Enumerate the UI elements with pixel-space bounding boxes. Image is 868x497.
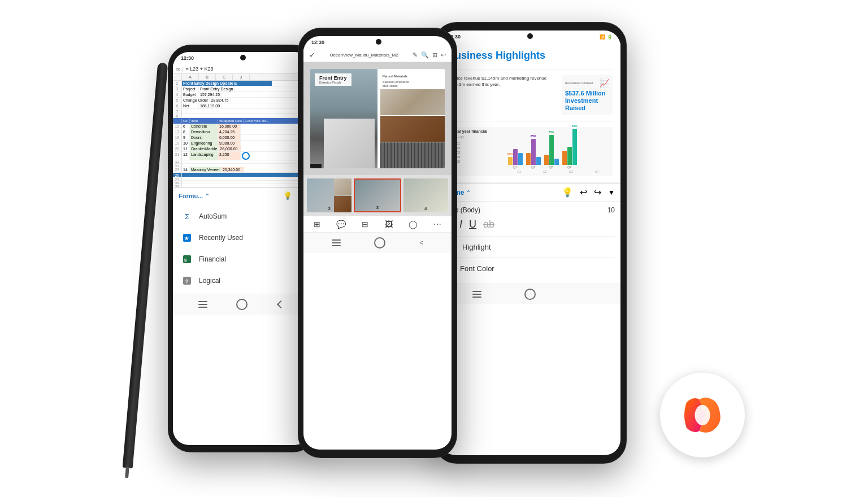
pen-icon[interactable]: ✎ [413,51,418,59]
financial-icon: $ [181,253,193,265]
more-icon[interactable]: ⋯ [433,220,441,229]
arch-area [324,119,375,168]
menu-icon[interactable] [198,301,207,308]
comment-icon[interactable]: 💬 [336,220,346,229]
svg-text:?: ? [185,278,189,284]
logical-item[interactable]: ? Logical [173,270,311,291]
dropdown-icon[interactable]: ▼ [608,189,615,197]
financial-item[interactable]: $ Financial [173,249,311,270]
bulb-icon-right[interactable]: 💡 [562,187,573,198]
home-circle-right[interactable] [524,289,536,300]
image-icon[interactable]: 🖼 [385,220,393,229]
status-bar-right: 12:30 📶 🔋 [440,30,620,43]
selection-circle [242,152,250,160]
font-name-row: Lato (Body) 10 [445,206,615,214]
grid-view-icon[interactable]: ⊞ [314,220,320,229]
col-b: B [199,74,216,80]
item-row-20: 20 11 Granite/Marble 26,000.00 [173,146,311,152]
autosum-item[interactable]: Σ AutoSum [173,206,311,227]
ppt-bottom-toolbar: ⊞ 💬 ⊟ 🖼 ◯ ⋯ [303,216,452,232]
camera-left [240,55,246,60]
home-chevron-icon: ⌃ [466,190,471,195]
search-icon-center[interactable]: 🔍 [421,51,429,59]
chart-left: Fiscal year financial 2020 - 21 • Qty 01… [450,129,502,173]
italic-button[interactable]: I [459,219,462,230]
ppt-toolbar: ✎ 🔍 ⊞ ↩ [413,51,446,59]
strikethrough-button[interactable]: ab [483,219,494,230]
item-row-15: 15 6 Concrete 16,000.00 [173,124,311,129]
svg-point-9 [695,405,710,425]
highlight-row[interactable]: Highlight [445,236,615,257]
col-a: A [182,74,199,80]
biz-row-1: Service revenue $1,145m and marketing re… [448,75,613,116]
phone-left-screen: 12:30 fx | = L23 + K23 A B C J [173,52,311,445]
font-size: 10 [607,206,615,214]
status-icons-right: 📶 🔋 [600,34,613,40]
phone-right: 12:30 📶 🔋 Business Highlights Service re… [434,23,626,463]
word-document: Business Highlights Service revenue $1,1… [440,43,620,182]
slide-title-text: Front Entry [319,75,347,81]
q3-group: 75% Q3 [544,135,559,169]
formula-button[interactable]: Formu... ⌃ [179,193,210,199]
doc-title: Business Highlights [448,50,613,62]
bar-chart-bars: 20% Q1 [506,129,610,169]
q2-group: 65% Q2 [526,139,541,169]
undo-icon-center[interactable]: ↩ [441,51,446,59]
underline-button[interactable]: U [469,219,476,230]
home-circle-left[interactable] [236,299,248,310]
black-bar [310,164,322,168]
redo-icon-right[interactable]: ↪ [594,187,601,198]
menu-icon-center[interactable] [332,239,341,246]
back-icon[interactable] [276,300,285,309]
material-swatches [380,89,445,168]
sigma-icon: Σ [181,210,193,223]
toolbar-icons: 💡 ↩ ↪ ▼ [562,187,615,198]
word-toolbar: Home ⌃ 💡 ↩ ↪ ▼ [440,183,620,201]
bar-chart: 20% Q1 [506,129,610,173]
spreadsheet-area: A B C J 2 Front Entry Design Update E 3 … [173,74,311,188]
check-icon[interactable]: ✓ [309,51,315,59]
font-color-row[interactable]: A Font Color [445,257,615,279]
divider-2 [448,121,613,121]
thumb-num-2: 3 [376,205,379,210]
font-panel: Lato (Body) 10 B I U ab [440,201,620,284]
recently-used-item[interactable]: ★ Recently Used [173,227,311,249]
home-circle-center[interactable] [374,237,385,249]
thumb-3[interactable]: 4 [403,178,448,212]
table-icon[interactable]: ⊟ [362,220,368,229]
chart-legend: • Qty 01 • Qty 02 • Qty 03 • Qty 04 • Qt… [450,141,502,164]
thumb-2-active[interactable]: 3 [354,178,401,212]
ppt-title: OceanView_Malibu_Materials_M2 [315,53,413,58]
chart-axis: C1 C2 C3 C4 [506,170,610,173]
shape-icon[interactable]: ◯ [409,220,418,229]
slide-subtitle-text: Exterior Finish [319,81,347,84]
formula-content: = L23 + K23 [186,66,214,72]
frame-icon[interactable]: ⊞ [432,51,437,59]
ppt-header: ✓ OceanView_Malibu_Materials_M2 ✎ 🔍 ⊞ ↩ [303,49,452,62]
back-icon-center[interactable]: < [419,239,423,247]
col-headers: A B C J [173,74,311,81]
status-bar-center: 12:30 [303,36,452,49]
thumb-1[interactable]: 2 [307,178,351,212]
divider-1 [448,69,613,69]
item-row-19: 19 10 Engineering 9,000.00 [173,141,311,146]
time-left: 12:30 [181,55,194,61]
recently-used-label: Recently Used [199,234,243,242]
chart-section: Fiscal year financial 2020 - 21 • Qty 01… [448,127,613,176]
title-highlight: Highlights [496,50,545,61]
metric-box: Investment Raised 📈 $537.6 MillionInvest… [562,75,613,116]
item-row-21: 21 12 Landscaping 2,250 [173,152,311,160]
item-row-17: 17 8 Demolition 4,204.25 [173,129,311,135]
slide-thumbnails: 2 3 4 [303,175,452,216]
swatch-wood [380,116,445,142]
row-num-2: 2 [173,81,182,86]
undo-icon-right[interactable]: ↩ [580,187,587,198]
thumb-num-3: 4 [424,206,427,211]
font-color-label: Font Color [460,264,494,273]
menu-icon-right[interactable] [472,291,481,298]
bulb-icon[interactable]: 💡 [283,191,292,200]
camera-center [376,39,381,45]
fiscal-subtitle: 2020 - 21 [450,136,502,139]
camera-right [527,33,533,39]
formula-toolbar: Formu... ⌃ 💡 ↩ [173,188,311,203]
